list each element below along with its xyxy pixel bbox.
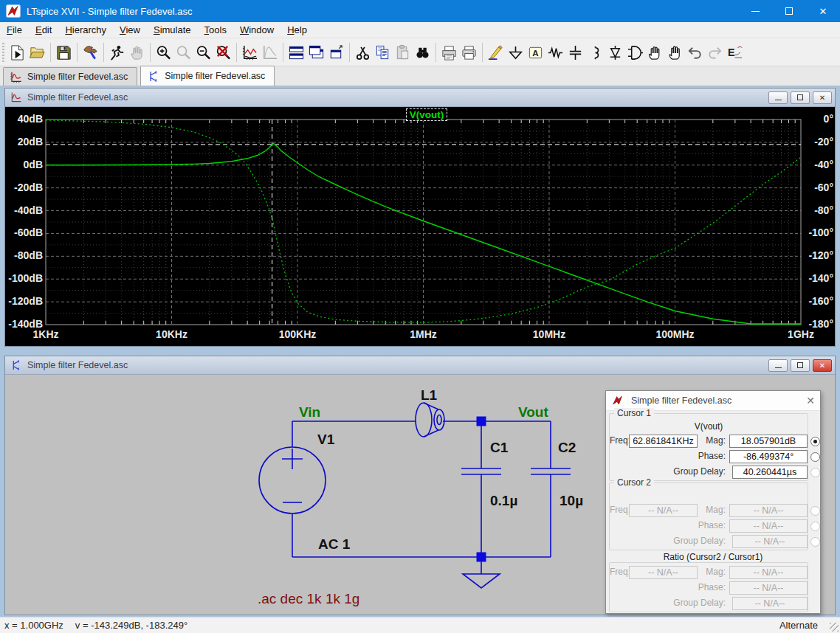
mag-label: Mag: bbox=[696, 504, 726, 516]
ratio-freq-field: -- N/A-- bbox=[629, 566, 698, 579]
ltspice-window: LTspice XVII - Simple filter Fedevel.asc… bbox=[0, 0, 840, 633]
toolbar-separator bbox=[236, 43, 237, 62]
place-net-label-icon[interactable]: A bbox=[526, 43, 545, 63]
new-schematic-icon[interactable] bbox=[7, 43, 27, 63]
undo-icon[interactable] bbox=[685, 43, 705, 63]
status-bar: x = 1.000GHz v = -143.249dB, -183.249° A… bbox=[0, 617, 840, 633]
close-button[interactable]: ✕ bbox=[806, 0, 840, 22]
save-icon[interactable] bbox=[54, 43, 74, 63]
window-title: LTspice XVII - Simple filter Fedevel.asc bbox=[27, 6, 738, 17]
cursor2-phase-field: -- N/A-- bbox=[729, 519, 808, 533]
waveform-plot-canvas[interactable]: 40dB20dB0dB-20dB-40dB-60dB-80dB-100dB-12… bbox=[5, 107, 835, 346]
menu-item-edit[interactable]: Edit bbox=[29, 23, 58, 37]
cascade-windows-icon[interactable] bbox=[306, 43, 326, 63]
resize-grip[interactable] bbox=[830, 623, 839, 632]
drag-icon[interactable] bbox=[665, 43, 685, 63]
print-icon[interactable] bbox=[459, 43, 479, 63]
open-icon[interactable] bbox=[27, 43, 47, 63]
menu-item-tools[interactable]: Tools bbox=[198, 23, 233, 37]
net-label-vin: Vin bbox=[299, 404, 320, 420]
ratio-section-label: Ratio (Cursor2 / Cursor1) bbox=[606, 552, 820, 562]
control-panel-icon[interactable] bbox=[80, 43, 100, 63]
magnitude-tick-label: -120dB bbox=[5, 295, 43, 307]
toolbar-separator bbox=[349, 43, 350, 62]
cursor2-mag-radio[interactable] bbox=[810, 506, 820, 516]
magnitude-tick-label: -100dB bbox=[5, 272, 43, 284]
cursor1-freq-field[interactable]: 62.861841KHz bbox=[629, 435, 698, 448]
waveform-window-titlebar[interactable]: Simple filter Fedevel.asc ✕ bbox=[5, 89, 835, 107]
arrange-windows-icon[interactable] bbox=[326, 43, 346, 63]
zoom-in-icon[interactable] bbox=[154, 43, 173, 63]
close-icon[interactable]: ✕ bbox=[801, 395, 820, 407]
junction-node bbox=[477, 417, 486, 426]
zoom-out-icon[interactable] bbox=[193, 43, 213, 63]
tab-waveform[interactable]: Simple filter Fedevel.asc bbox=[3, 67, 137, 86]
ratio-group: Freq: -- N/A-- Mag: -- N/A-- Phase: -- N… bbox=[609, 562, 808, 612]
toolbar-grip[interactable] bbox=[2, 43, 4, 62]
redo-icon bbox=[705, 43, 725, 63]
svg-text:A: A bbox=[532, 48, 538, 57]
cursor2-group-delay-radio[interactable] bbox=[810, 537, 820, 547]
cursor1-mag-radio[interactable] bbox=[810, 437, 820, 446]
trace-label[interactable]: V(vout) bbox=[386, 108, 467, 121]
menu-item-hierarchy[interactable]: Hierarchy bbox=[58, 23, 113, 37]
mag-label: Mag: bbox=[696, 435, 726, 447]
maximize-button[interactable] bbox=[772, 0, 806, 22]
menu-item-file[interactable]: File bbox=[0, 23, 29, 37]
menu-item-simulate[interactable]: Simulate bbox=[147, 23, 198, 37]
spice-directive-icon[interactable]: E bbox=[725, 43, 745, 63]
schematic-window-titlebar[interactable]: Simple filter Fedevel.asc ✕ bbox=[5, 356, 835, 375]
place-resistor-icon[interactable] bbox=[545, 43, 565, 63]
restore-button[interactable] bbox=[791, 359, 810, 372]
move-icon[interactable] bbox=[645, 43, 665, 63]
phase-label: Phase: bbox=[665, 519, 726, 532]
cut-icon[interactable] bbox=[353, 43, 373, 63]
v1-plus bbox=[282, 449, 303, 469]
magnitude-tick-label: -80dB bbox=[5, 249, 43, 261]
c2-name: C2 bbox=[558, 440, 576, 455]
cursor1-group-delay-field[interactable]: 40.260441µs bbox=[732, 466, 808, 479]
menu-item-help[interactable]: Help bbox=[280, 23, 314, 37]
zoom-back-icon bbox=[173, 43, 193, 63]
minimize-button[interactable] bbox=[768, 91, 788, 104]
status-mode: Alternate bbox=[779, 620, 818, 631]
minimize-button[interactable] bbox=[768, 359, 788, 372]
tile-windows-icon[interactable] bbox=[286, 43, 306, 63]
frequency-tick-label: 1KHz bbox=[16, 328, 75, 340]
tab-schematic[interactable]: Simple filter Fedevel.asc bbox=[140, 66, 275, 86]
cursor2-group-label: Cursor 2 bbox=[614, 477, 654, 488]
cursor2-phase-radio[interactable] bbox=[810, 522, 820, 531]
autorange-waveform-icon[interactable] bbox=[240, 43, 260, 63]
phase-tick-label: -100° bbox=[804, 226, 833, 238]
cursor1-trace: V(vout) bbox=[610, 421, 808, 432]
cursor1-phase-radio[interactable] bbox=[810, 452, 820, 462]
copy-icon[interactable] bbox=[373, 43, 393, 63]
cursor-dialog[interactable]: Simple filter Fedevel.asc ✕ Cursor 1 V(v… bbox=[605, 390, 821, 614]
close-button[interactable]: ✕ bbox=[813, 91, 832, 104]
menu-item-view[interactable]: View bbox=[113, 23, 147, 37]
find-icon[interactable] bbox=[413, 43, 433, 63]
print-preview-icon[interactable] bbox=[439, 43, 459, 63]
draw-wire-icon[interactable] bbox=[486, 43, 506, 63]
restore-button[interactable] bbox=[791, 91, 810, 104]
run-icon[interactable] bbox=[107, 43, 127, 63]
cursor1-phase-field[interactable]: -86.499374° bbox=[729, 450, 808, 463]
close-button[interactable]: ✕ bbox=[813, 359, 832, 372]
cursor1-mag-field[interactable]: 18.057901dB bbox=[729, 435, 808, 448]
junction-node bbox=[477, 553, 486, 562]
menu-item-window[interactable]: Window bbox=[233, 23, 280, 37]
minimize-button[interactable] bbox=[738, 0, 772, 22]
zoom-full-extents-icon[interactable] bbox=[213, 43, 233, 63]
place-inductor-icon[interactable] bbox=[585, 43, 605, 63]
place-diode-icon[interactable] bbox=[605, 43, 625, 63]
phase-label: Phase: bbox=[665, 450, 726, 463]
place-capacitor-icon[interactable] bbox=[565, 43, 585, 63]
place-component-icon[interactable] bbox=[625, 43, 645, 63]
menu-bar: FileEditHierarchyViewSimulateToolsWindow… bbox=[0, 22, 840, 38]
toolbar: AE bbox=[0, 39, 840, 66]
cursor1-group-delay-radio[interactable] bbox=[810, 468, 820, 477]
place-ground-icon[interactable] bbox=[506, 43, 526, 63]
ground-symbol bbox=[463, 561, 500, 588]
phase-tick-label: 0° bbox=[804, 113, 833, 125]
mag-label: Mag: bbox=[696, 566, 726, 578]
